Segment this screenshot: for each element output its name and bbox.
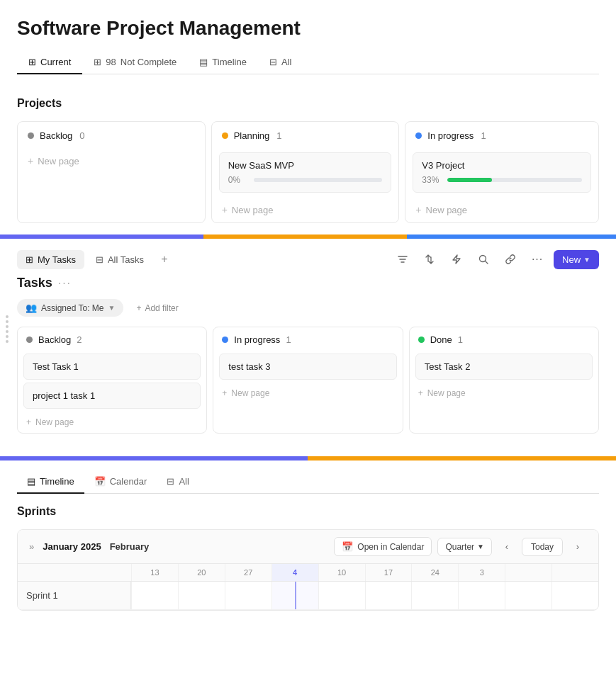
tab-all[interactable]: ⊟ All <box>258 51 303 74</box>
gantt-cell-10 <box>551 582 598 609</box>
tasks-more-btn[interactable]: ··· <box>58 277 72 290</box>
plus-icon-task-inprogress: + <box>222 388 227 398</box>
open-in-calendar-btn[interactable]: 📅 Open in Calendar <box>334 537 432 556</box>
tasks-header-row: Tasks ··· <box>17 276 599 290</box>
gantt-cell-3 <box>225 582 271 609</box>
gantt-date-empty-1 <box>505 564 551 581</box>
gantt-cell-5 <box>318 582 365 609</box>
project-backlog-new-page-btn[interactable]: + New page <box>18 148 205 174</box>
link-icon-btn[interactable] <box>500 249 521 270</box>
table-icon-tasks: ⊟ <box>96 254 103 265</box>
gantt-dates-empty <box>18 564 131 581</box>
progress-bar-fill-v3 <box>447 178 492 182</box>
timeline-icon-tab: ▤ <box>27 476 35 487</box>
gantt-date-empty-2 <box>551 564 598 581</box>
task-done-new-page-btn[interactable]: + New page <box>410 383 598 404</box>
tab-timeline[interactable]: ▤ Timeline <box>188 51 258 74</box>
assigned-to-me-filter[interactable]: 👥 Assigned To: Me ▼ <box>17 299 123 317</box>
expand-icon: » <box>29 541 34 552</box>
filter-icon-btn[interactable] <box>392 249 413 270</box>
tab-all-tasks[interactable]: ⊟ All Tasks <box>87 250 152 269</box>
gantt-date-13: 13 <box>131 564 178 581</box>
task-card-project-1-task-1[interactable]: project 1 task 1 <box>23 383 201 409</box>
plus-icon-task-done: + <box>418 388 423 398</box>
project-card-saas-mvp[interactable]: New SaaS MVP 0% <box>219 152 392 193</box>
filter-icon <box>398 254 408 264</box>
project-col-inprogress-header: In progress 1 <box>405 122 598 148</box>
projects-section-title: Projects <box>17 97 599 110</box>
toolbar-actions: ··· New ▼ <box>392 249 599 270</box>
quarter-btn[interactable]: Quarter ▼ <box>437 538 492 556</box>
task-card-test-task-2[interactable]: Test Task 2 <box>415 354 593 380</box>
plus-icon-2: + <box>222 204 228 215</box>
task-backlog-new-page-btn[interactable]: + New page <box>18 412 206 433</box>
tab-timeline-sprints[interactable]: ▤ Timeline <box>17 470 84 494</box>
gantt-cell-1 <box>131 582 178 609</box>
task-col-backlog: Backlog 2 Test Task 1 project 1 task 1 +… <box>17 327 207 434</box>
task-card-test-task-1[interactable]: Test Task 1 <box>23 354 201 380</box>
tab-not-complete[interactable]: ⊞ 98 Not Complete <box>82 51 188 74</box>
task-col-done-header: Done 1 <box>410 327 598 351</box>
task-done-dot <box>418 337 425 343</box>
table-icon: ⊟ <box>269 57 277 67</box>
backlog-status-dot <box>28 132 34 139</box>
tasks-section: ⊞ My Tasks ⊟ All Tasks + <box>0 239 616 445</box>
gantt-next-btn[interactable]: › <box>569 538 587 556</box>
sort-icon-btn[interactable] <box>419 249 440 270</box>
gantt-dates-row: 13 20 27 4 10 17 24 3 <box>18 564 598 582</box>
project-col-planning: Planning 1 New SaaS MVP 0% + New page <box>211 121 400 223</box>
gantt-date-10: 10 <box>318 564 365 581</box>
page-header: Software Project Management ⊞ Current ⊞ … <box>0 0 616 86</box>
new-button[interactable]: New ▼ <box>554 250 599 269</box>
timeline-section: ▤ Timeline 📅 Calendar ⊟ All Sprints » Ja… <box>0 461 616 611</box>
gantt-cell-8 <box>458 582 505 609</box>
project-col-planning-header: Planning 1 <box>212 122 399 148</box>
progress-row-saas: 0% <box>228 175 383 185</box>
tasks-toolbar: ⊞ My Tasks ⊟ All Tasks + <box>17 239 599 276</box>
tasks-title: Tasks <box>17 276 52 290</box>
projects-section: Projects Backlog 0 + New page Planning 1… <box>0 86 616 235</box>
project-card-v3[interactable]: V3 Project 33% <box>413 152 591 193</box>
gantt-date-20: 20 <box>178 564 225 581</box>
add-tab-button[interactable]: + <box>155 250 174 269</box>
quarter-caret-icon: ▼ <box>477 543 484 550</box>
table-icon-sprints: ⊟ <box>167 476 174 487</box>
people-icon: 👥 <box>26 303 37 313</box>
tasks-tabs: ⊞ My Tasks ⊟ All Tasks + <box>17 250 174 269</box>
sort-icon <box>425 254 435 264</box>
project-inprogress-new-page-btn[interactable]: + New page <box>405 197 598 222</box>
tab-all-sprints[interactable]: ⊟ All <box>157 470 198 494</box>
grid-icon: ⊞ <box>28 57 36 67</box>
project-col-backlog: Backlog 0 + New page <box>17 121 206 223</box>
gantt-cell-2 <box>178 582 225 609</box>
add-filter-btn[interactable]: + Add filter <box>129 300 185 317</box>
today-line <box>295 582 296 609</box>
task-col-inprogress: In progress 1 test task 3 + New page <box>213 327 403 434</box>
gantt-month-nav: » January 2025 <box>29 541 101 552</box>
search-icon-btn[interactable] <box>473 249 494 270</box>
task-col-backlog-header: Backlog 2 <box>18 327 206 351</box>
task-card-test-task-3[interactable]: test task 3 <box>219 354 396 380</box>
tab-my-tasks[interactable]: ⊞ My Tasks <box>17 250 84 269</box>
grid-icon-2: ⊞ <box>94 57 101 67</box>
link-icon <box>505 254 515 264</box>
new-btn-caret-icon: ▼ <box>583 256 590 264</box>
search-icon <box>478 254 488 264</box>
gantt-prev-btn[interactable]: ‹ <box>498 538 516 556</box>
current-month-label: February <box>110 541 150 552</box>
project-planning-new-page-btn[interactable]: + New page <box>212 197 399 222</box>
progress-bar-bg-saas <box>254 178 383 182</box>
lightning-icon-btn[interactable] <box>446 249 467 270</box>
plus-icon-3: + <box>415 204 421 215</box>
tab-current[interactable]: ⊞ Current <box>17 51 82 74</box>
gantt-cell-7 <box>411 582 458 609</box>
gantt-today-btn[interactable]: Today <box>522 538 563 556</box>
grid-icon-tasks: ⊞ <box>26 254 33 265</box>
task-inprogress-new-page-btn[interactable]: + New page <box>213 383 402 404</box>
drag-handle[interactable] <box>6 315 9 343</box>
gantt-cell-9 <box>505 582 551 609</box>
ellipsis-icon: ··· <box>532 253 543 266</box>
gantt-date-4: 4 <box>271 564 318 581</box>
more-icon-btn[interactable]: ··· <box>527 249 548 270</box>
tab-calendar-sprints[interactable]: 📅 Calendar <box>84 470 157 494</box>
